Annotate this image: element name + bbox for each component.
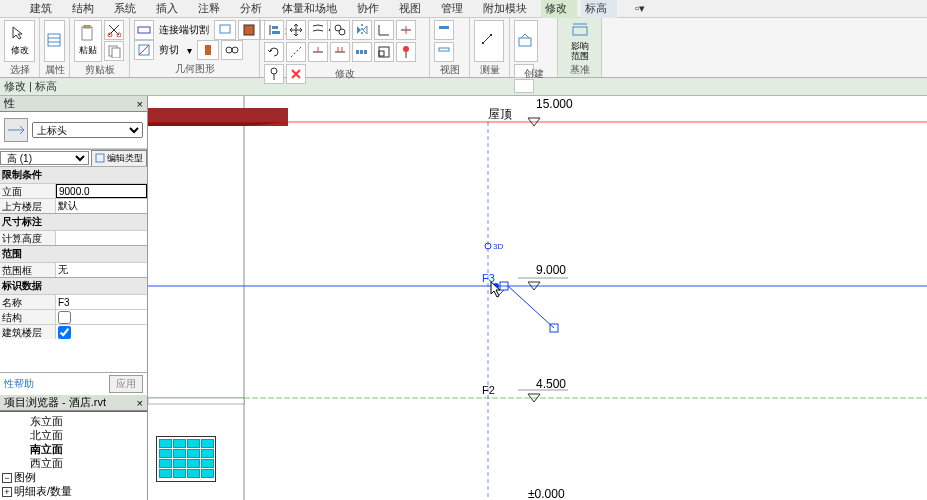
trim-single-button[interactable]: [308, 42, 328, 62]
tab-view[interactable]: 视图: [389, 0, 431, 18]
tab-expand-icon[interactable]: ▫▾: [625, 0, 655, 17]
trim2-icon: [333, 45, 347, 59]
tree-schedules[interactable]: 明细表/数量: [14, 485, 72, 497]
tab-addins[interactable]: 附加模块: [473, 0, 537, 18]
svg-rect-0: [48, 34, 60, 46]
pin-button[interactable]: [396, 42, 416, 62]
cope-button[interactable]: [134, 20, 154, 40]
opening-button[interactable]: [214, 20, 236, 40]
expand-icon[interactable]: +: [2, 487, 12, 497]
properties-panel-title: 性 ×: [0, 96, 147, 112]
split-face-button[interactable]: [221, 40, 243, 60]
svg-rect-45: [573, 27, 587, 35]
tree-west-elev[interactable]: 西立面: [2, 456, 145, 470]
tree-east-elev[interactable]: 东立面: [2, 414, 145, 428]
level-f2-label[interactable]: F2: [482, 384, 495, 396]
level-f3-value[interactable]: 9.000: [536, 263, 566, 277]
properties-button[interactable]: [44, 20, 65, 62]
svg-rect-32: [356, 50, 359, 54]
wall-opening-button[interactable]: [238, 20, 260, 40]
instance-filter[interactable]: 高 (1): [0, 151, 89, 165]
svg-rect-8: [112, 48, 120, 58]
tab-systems[interactable]: 系统: [104, 0, 146, 18]
tree-north-elev[interactable]: 北立面: [2, 428, 145, 442]
prop-name-label: 名称: [0, 295, 56, 309]
align-icon: [267, 23, 281, 37]
level-roof-value[interactable]: 15.000: [536, 97, 573, 111]
create-similar-button[interactable]: [514, 20, 538, 62]
split-button[interactable]: [396, 20, 416, 40]
drawing-canvas[interactable]: 屋顶 15.000 3D F3 9.000 F2 4.500: [148, 96, 927, 500]
tab-insert[interactable]: 插入: [146, 0, 188, 18]
cursor-icon: [11, 25, 29, 43]
ribbon: 修改 选择 属性 粘贴 剪贴板 连接端切: [0, 18, 927, 78]
expand-icon[interactable]: −: [2, 473, 12, 483]
apply-button[interactable]: 应用: [109, 375, 143, 393]
close-icon[interactable]: ×: [137, 98, 143, 110]
svg-rect-4: [84, 25, 90, 28]
navigation-thumbnail[interactable]: [156, 436, 216, 482]
cut-geom-button[interactable]: [134, 40, 154, 60]
tab-modify[interactable]: 修改: [541, 0, 577, 18]
section-constraints: 限制条件: [0, 166, 147, 183]
mirror-draw-button[interactable]: [286, 42, 306, 62]
copy-button[interactable]: [104, 41, 124, 61]
project-browser-tree[interactable]: 东立面 北立面 南立面 西立面 −图例 +明细表/数量 −图纸 (全部) 001…: [0, 411, 147, 500]
svg-rect-21: [272, 31, 280, 34]
measure-button[interactable]: [474, 20, 504, 62]
svg-rect-48: [96, 154, 104, 162]
propagate-extents-button[interactable]: 影响 范围: [562, 20, 597, 62]
pin-icon: [399, 45, 413, 59]
cut-clipboard-button[interactable]: [104, 20, 124, 40]
tab-arch[interactable]: 建筑: [20, 0, 62, 18]
prop-scope-input[interactable]: [56, 263, 147, 277]
paste-button[interactable]: 粘贴: [74, 20, 102, 62]
demolish-button[interactable]: [197, 40, 219, 60]
prop-scope-label: 范围框: [0, 263, 56, 277]
tree-legends[interactable]: 图例: [14, 471, 36, 483]
tab-annotate[interactable]: 注释: [188, 0, 230, 18]
level-f3-label[interactable]: F3: [482, 272, 495, 284]
copy-mod-button[interactable]: [330, 20, 350, 40]
prop-calc-input[interactable]: [56, 231, 147, 245]
svg-point-15: [226, 47, 232, 53]
edit-type-button[interactable]: 编辑类型: [91, 150, 147, 167]
tab-collab[interactable]: 协作: [347, 0, 389, 18]
group-measure-label: 测量: [474, 62, 505, 78]
hide-elem-button[interactable]: [434, 42, 454, 62]
mirror-axis-button[interactable]: [352, 20, 372, 40]
extents-icon: [571, 22, 589, 40]
split-face-icon: [225, 43, 239, 57]
select-tool-button[interactable]: 修改: [4, 20, 35, 62]
trim-corner-button[interactable]: [374, 20, 394, 40]
properties-help-link[interactable]: 性帮助: [4, 377, 34, 391]
prop-name-input[interactable]: [56, 295, 147, 309]
move-button[interactable]: [286, 20, 306, 40]
prop-elev-input[interactable]: [56, 184, 147, 198]
tab-level-context[interactable]: 标高: [581, 0, 617, 18]
tree-south-elev[interactable]: 南立面: [2, 442, 145, 456]
align-button[interactable]: [264, 20, 284, 40]
cope-label: 连接端切割: [156, 21, 212, 39]
prop-struct-check[interactable]: [58, 311, 71, 324]
move-icon: [289, 23, 303, 37]
type-selector[interactable]: 上标头: [32, 122, 143, 138]
rotate-button[interactable]: [264, 42, 284, 62]
array-button[interactable]: [352, 42, 372, 62]
tab-struct[interactable]: 结构: [62, 0, 104, 18]
close-browser-icon[interactable]: ×: [137, 397, 143, 409]
level-roof-label[interactable]: 屋顶: [488, 107, 512, 121]
prop-above-input[interactable]: [56, 199, 147, 213]
level-f2-value[interactable]: 4.500: [536, 377, 566, 391]
scissors-icon: [107, 23, 121, 37]
tab-massing[interactable]: 体量和场地: [272, 0, 347, 18]
offset-button[interactable]: [308, 20, 328, 40]
prop-bfloor-check[interactable]: [58, 326, 71, 339]
trim-multi-button[interactable]: [330, 42, 350, 62]
hide-cat-button[interactable]: [434, 20, 454, 40]
tab-manage[interactable]: 管理: [431, 0, 473, 18]
tab-analyze[interactable]: 分析: [230, 0, 272, 18]
scale-button[interactable]: [374, 42, 394, 62]
level-f1-value[interactable]: ±0.000: [528, 487, 565, 500]
edit-type-icon: [95, 153, 105, 163]
